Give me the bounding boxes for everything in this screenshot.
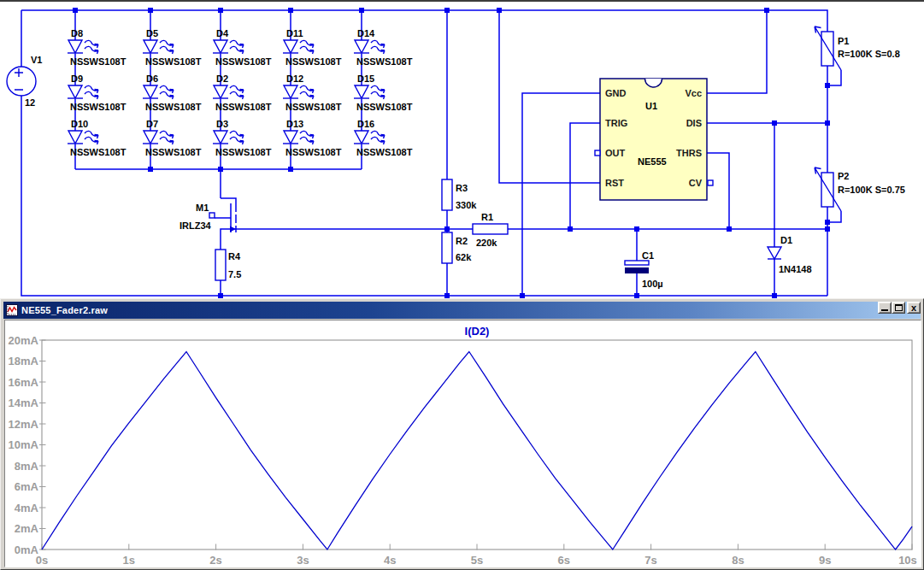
led-d8[interactable]: D8 NSSWS108T [68,28,127,67]
resistor-r3[interactable]: R3 330k [442,179,477,210]
m1-part-label[interactable]: IRLZ34 [180,220,212,231]
u1-part-label[interactable]: NE555 [638,156,667,167]
svg-text:R=100K S=0.75[interactable]: R=100K S=0.75 [838,185,905,195]
svg-text:NSSWS108T[interactable]: NSSWS108T [145,147,202,157]
svg-text:D11[interactable]: D11 [286,28,303,38]
pin-cv: CV [689,178,703,188]
schematic-canvas[interactable]: V1 12 D8 NSSWS108T D9 NSSWS108T D10 NSSW… [0,0,924,300]
svg-text:C1[interactable]: C1 [642,250,654,261]
led-d7[interactable]: D7 NSSWS108T [143,119,202,157]
y-axis[interactable]: 20mA 18mA 16mA 14mA 12mA 10mA 8mA 6mA 4m… [9,334,46,556]
led-d11[interactable]: D11 NSSWS108T [283,28,342,67]
svg-text:NSSWS108T[interactable]: NSSWS108T [356,147,413,157]
svg-text:R4[interactable]: R4 [228,251,241,261]
svg-text:NSSWS108T[interactable]: NSSWS108T [145,56,202,67]
close-button[interactable]: x [907,302,921,314]
v1-value-label[interactable]: 12 [25,97,35,108]
svg-text:62k[interactable]: 62k [456,252,472,262]
svg-text:330k[interactable]: 330k [456,200,477,210]
pin-gnd: GND [605,88,627,98]
m1-name-label[interactable]: M1 [196,203,209,213]
capacitor-c1[interactable]: C1 100µ [625,250,663,289]
svg-text:NSSWS108T[interactable]: NSSWS108T [356,102,413,112]
gate-terminal-square [209,213,215,218]
svg-text:NSSWS108T[interactable]: NSSWS108T [215,56,272,67]
minimize-button[interactable] [878,302,892,314]
svg-text:R2[interactable]: R2 [456,236,468,246]
svg-text:D2[interactable]: D2 [216,73,228,84]
svg-text:NSSWS108T[interactable]: NSSWS108T [70,102,127,112]
current-trace-i-d2[interactable] [42,352,912,550]
x-axis[interactable]: 0s 1s 2s 3s 4s 5s 6s 7s 8s 9s 10s [36,544,917,567]
svg-text:NSSWS108T[interactable]: NSSWS108T [70,147,127,157]
led-name-label[interactable]: D8 [71,28,83,38]
led-d15[interactable]: D15 NSSWS108T [354,73,413,112]
svg-text:1N4148[interactable]: 1N4148 [779,264,812,274]
svg-text:D14[interactable]: D14 [357,28,375,38]
led-d6[interactable]: D6 NSSWS108T [143,73,202,112]
svg-text:D10[interactable]: D10 [71,119,88,129]
led-array[interactable]: D8 NSSWS108T D9 NSSWS108T D10 NSSWS108T … [68,28,413,157]
svg-text:P2[interactable]: P2 [838,171,849,181]
voltage-source-v1[interactable]: V1 12 [7,55,42,108]
led-d14[interactable]: D14 NSSWS108T [354,28,413,67]
close-icon: x [911,303,916,312]
svg-text:D4[interactable]: D4 [216,28,229,38]
svg-text:2s: 2s [209,554,221,567]
led-d16[interactable]: D16 NSSWS108T [354,119,413,157]
svg-text:NSSWS108T[interactable]: NSSWS108T [285,102,342,112]
svg-text:220k[interactable]: 220k [476,238,497,248]
svg-text:R=100K S=0.8[interactable]: R=100K S=0.8 [838,49,900,59]
svg-text:R3[interactable]: R3 [456,183,468,193]
svg-text:D7[interactable]: D7 [146,119,158,129]
resistor-r1[interactable]: R1 220k [473,212,508,248]
svg-text:5s: 5s [471,554,483,567]
svg-text:P1[interactable]: P1 [838,36,849,46]
svg-text:R1[interactable]: R1 [481,212,493,222]
led-d3[interactable]: D3 NSSWS108T [213,119,272,157]
led-part-label[interactable]: NSSWS108T [70,56,127,67]
u1-name-label[interactable]: U1 [645,101,657,111]
svg-text:NSSWS108T[interactable]: NSSWS108T [285,147,342,157]
svg-text:D9[interactable]: D9 [71,73,83,84]
led-d9[interactable]: D9 NSSWS108T [68,73,127,112]
waveform-window-titlebar[interactable]: NE555_Fader2.raw [3,302,921,319]
svg-text:8mA: 8mA [15,460,39,473]
svg-text:3s: 3s [297,554,309,567]
maximize-button[interactable] [892,302,905,314]
led-d2[interactable]: D2 NSSWS108T [213,73,272,112]
svg-text:16mA: 16mA [9,376,39,389]
pin-rst: RST [605,178,624,188]
resistor-r2[interactable]: R2 62k [442,232,472,263]
svg-text:D3[interactable]: D3 [216,119,228,129]
potentiometer-p1[interactable]: P1 R=100K S=0.8 [815,26,900,70]
plot-area[interactable]: I(D2) 20mA 18mA 16mA [4,320,921,567]
svg-text:D12[interactable]: D12 [286,73,303,84]
svg-text:D1[interactable]: D1 [780,235,792,245]
svg-text:NSSWS108T[interactable]: NSSWS108T [145,102,202,112]
led-d10[interactable]: D10 NSSWS108T [68,119,127,157]
svg-text:NSSWS108T[interactable]: NSSWS108T [356,56,413,67]
svg-text:D16[interactable]: D16 [357,119,374,129]
svg-text:D13[interactable]: D13 [286,119,303,129]
v1-name-label[interactable]: V1 [31,55,42,65]
led-d12[interactable]: D12 NSSWS108T [283,73,342,112]
trace-label[interactable]: I(D2) [465,325,490,338]
pin-out: OUT [605,148,626,158]
svg-text:NSSWS108T[interactable]: NSSWS108T [215,102,272,112]
ne555-ic[interactable]: GND TRIG OUT RST Vcc DIS THRS CV U1 NE55… [595,79,713,200]
pin-dis: DIS [686,118,702,128]
resistor-r4[interactable]: R4 7.5 [215,250,241,280]
svg-text:NSSWS108T[interactable]: NSSWS108T [285,56,342,67]
svg-text:7.5[interactable]: 7.5 [228,269,241,279]
potentiometer-p2[interactable]: P2 R=100K S=0.75 [815,167,905,211]
svg-text:NSSWS108T[interactable]: NSSWS108T [215,147,272,157]
svg-text:100µ[interactable]: 100µ [642,279,663,289]
svg-text:D6[interactable]: D6 [146,73,158,84]
led-d4[interactable]: D4 NSSWS108T [213,28,272,67]
led-d13[interactable]: D13 NSSWS108T [283,119,342,157]
svg-text:D5[interactable]: D5 [146,28,158,38]
svg-text:D15[interactable]: D15 [357,73,374,84]
led-d5[interactable]: D5 NSSWS108T [143,28,202,67]
waveform-window[interactable]: NE555_Fader2.raw x I(D2) [0,298,924,570]
